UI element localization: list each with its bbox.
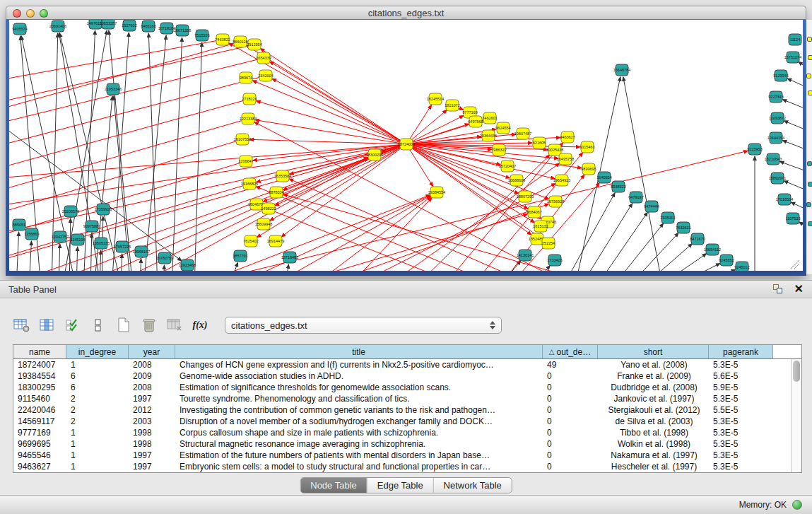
network-node[interactable]: 10807487	[514, 128, 531, 139]
cell-year[interactable]: 1998	[129, 427, 175, 438]
cell-name[interactable]: 9115460	[13, 393, 66, 404]
cell-out_de[interactable]: 0	[543, 404, 598, 416]
cell-name[interactable]: 9463627	[13, 461, 66, 472]
column-header-pagerank[interactable]: pagerank	[709, 345, 773, 358]
network-node[interactable]: 17016504	[776, 194, 793, 205]
tab-edge-table[interactable]: Edge Table	[367, 478, 434, 493]
network-node[interactable]: 16210643	[765, 153, 782, 165]
network-node[interactable]: 16353584	[274, 170, 291, 182]
table-row[interactable]: 1456911722003Disruption of a novel membe…	[13, 416, 801, 427]
cell-out_de[interactable]: 0	[543, 416, 598, 427]
network-node[interactable]: 12942757	[52, 231, 69, 243]
network-node[interactable]: 8878334	[269, 187, 283, 198]
zoom-window-button[interactable]	[40, 9, 48, 18]
cell-name[interactable]: 9465546	[13, 450, 66, 461]
column-header-year[interactable]: year	[129, 345, 175, 358]
network-node[interactable]: 7625402	[243, 235, 258, 247]
network-node[interactable]: 1654339	[256, 52, 271, 64]
cell-in_degree[interactable]: 1	[66, 461, 129, 472]
tab-node-table[interactable]: Node Table	[300, 478, 367, 493]
cell-year[interactable]: 1998	[129, 438, 175, 450]
table-row[interactable]: 946362711997Embryonic stem cells: a mode…	[13, 461, 801, 472]
cell-pagerank[interactable]: 5.3E-5	[709, 416, 773, 427]
network-node[interactable]: 19166825	[241, 178, 258, 189]
cell-in_degree[interactable]: 2	[66, 404, 129, 416]
column-header-name[interactable]: name	[13, 345, 66, 358]
table-options-icon[interactable]	[13, 316, 31, 334]
network-node[interactable]: 12093872	[769, 112, 786, 124]
network-node[interactable]: 15716485	[281, 252, 298, 263]
network-node[interactable]: 19756928	[547, 196, 564, 207]
cell-year[interactable]: 1997	[129, 450, 175, 461]
cell-in_degree[interactable]: 1	[66, 438, 129, 450]
cell-pagerank[interactable]: 5.5E-5	[709, 404, 773, 416]
cell-short[interactable]: Jankovic et al. (1997)	[598, 393, 709, 404]
network-node[interactable]: 9463627	[560, 132, 575, 143]
table-scrollbar[interactable]	[791, 359, 801, 472]
cell-short[interactable]: Stergiakouli et al. (2012)	[598, 404, 709, 416]
network-node[interactable]: 7515526	[194, 30, 209, 41]
cell-title[interactable]: Investigating the contribution of common…	[175, 404, 543, 416]
network-node[interactable]: 16671358	[174, 25, 191, 36]
table-row[interactable]: 1872400712008Changes of HCN gene express…	[13, 359, 801, 370]
function-builder-icon[interactable]: f(x)	[191, 316, 209, 334]
cell-pagerank[interactable]: 5.6E-5	[709, 370, 773, 382]
network-node[interactable]: 16107552	[234, 134, 251, 145]
network-node[interactable]: 16245514	[427, 93, 444, 105]
network-node[interactable]: 19654923	[553, 175, 570, 186]
network-node[interactable]: 1206647	[238, 156, 253, 167]
network-node[interactable]: 8660128	[233, 36, 247, 47]
network-node[interactable]: 10653287	[100, 20, 117, 29]
network-node[interactable]: 2342004	[258, 70, 273, 81]
network-node[interactable]: 6497568	[468, 116, 483, 127]
cell-short[interactable]: Franke et al. (2009)	[598, 370, 709, 382]
column-header-title[interactable]: title	[175, 345, 543, 358]
cell-pagerank[interactable]: 5.3E-5	[709, 393, 773, 404]
network-node[interactable]: 10719184	[158, 23, 175, 34]
network-node[interactable]: 9115460	[579, 141, 594, 153]
network-node[interactable]: 17957225	[114, 241, 131, 252]
network-node[interactable]: 9899695	[581, 163, 596, 175]
network-node[interactable]: 20364436	[480, 130, 497, 141]
cell-pagerank[interactable]: 5.9E-5	[709, 382, 773, 393]
network-node[interactable]: 12923468	[179, 259, 196, 271]
network-node[interactable]: 8938923	[611, 181, 625, 192]
cell-in_degree[interactable]: 1	[66, 450, 129, 461]
cell-in_degree[interactable]: 2	[66, 416, 129, 427]
table-selector-dropdown[interactable]: citations_edges.txt	[225, 317, 502, 334]
network-node[interactable]: 6466160	[141, 21, 155, 32]
float-panel-icon[interactable]	[772, 284, 784, 295]
network-node[interactable]: 9405574	[12, 23, 27, 35]
cell-pagerank[interactable]: 5.3E-5	[709, 461, 773, 472]
table-mode-icon[interactable]	[89, 316, 107, 334]
network-node[interactable]: 621605	[533, 137, 546, 148]
network-node[interactable]: 15720407	[499, 160, 516, 172]
cell-pagerank[interactable]: 5.3E-5	[709, 427, 773, 438]
network-node[interactable]: 7462601	[482, 112, 497, 124]
cell-out_de[interactable]: 49	[543, 359, 598, 370]
cell-name[interactable]: 19384554	[13, 370, 66, 382]
network-node[interactable]: 2718126	[242, 93, 257, 105]
network-node[interactable]: 13505135	[93, 238, 110, 249]
cell-in_degree[interactable]: 2	[66, 393, 129, 404]
cell-name[interactable]: 9699695	[13, 438, 66, 450]
network-node[interactable]: 252254	[542, 238, 555, 249]
network-node[interactable]: 8471670	[690, 233, 705, 245]
network-node[interactable]: 17359928	[95, 204, 112, 215]
network-node[interactable]: 9684067	[526, 206, 541, 218]
network-node[interactable]: 9227343	[768, 91, 783, 103]
cell-out_de[interactable]: 0	[543, 393, 598, 404]
network-node[interactable]: 1640954	[596, 172, 611, 183]
close-panel-icon[interactable]: ✕	[794, 284, 804, 294]
column-header-in_degree[interactable]: in_degree	[66, 345, 129, 358]
cell-in_degree[interactable]: 6	[66, 382, 129, 393]
network-node[interactable]: 1498222	[261, 203, 276, 214]
memory-status-indicator[interactable]	[792, 500, 802, 510]
cell-out_de[interactable]: 0	[543, 382, 598, 393]
network-node[interactable]: 18724007	[398, 139, 415, 150]
column-header-short[interactable]: short	[598, 345, 709, 358]
network-node[interactable]: 9245652	[719, 255, 734, 266]
network-node[interactable]: 1733426	[547, 255, 562, 266]
network-node[interactable]: 14136141	[517, 250, 534, 261]
network-node[interactable]: 7986322	[491, 144, 506, 156]
